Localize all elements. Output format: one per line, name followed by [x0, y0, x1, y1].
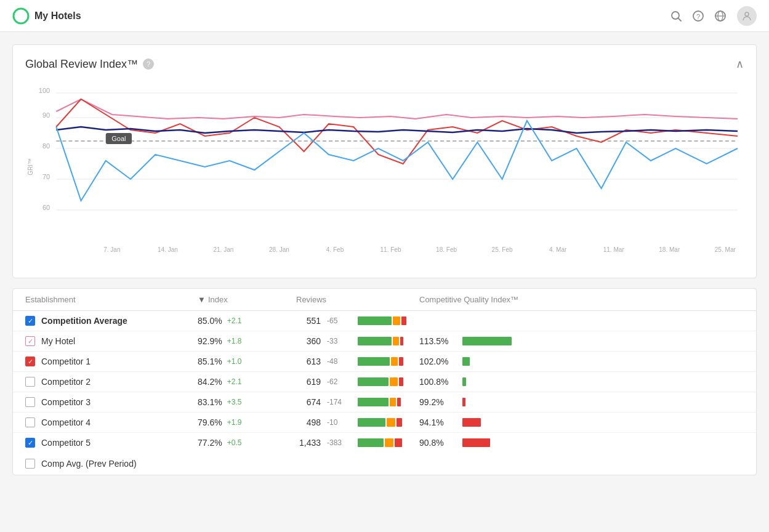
index-value: 79.6% [198, 417, 222, 427]
chart-card-header: Global Review Index™ ? ∧ [25, 57, 744, 71]
bar-segment [390, 398, 396, 406]
globe-button[interactable] [715, 10, 726, 22]
svg-point-0 [14, 9, 28, 23]
cqi-bar-segment [462, 337, 512, 345]
index-cell: 84.2% +2.1 [198, 377, 296, 387]
reviews-bar [358, 438, 402, 447]
reviews-cell: 498 -10 [296, 417, 419, 427]
top-navigation: My Hotels ? [0, 0, 769, 32]
establishment-name: Competitor 1 [41, 357, 91, 366]
establishment-cell: Competitor 4 [25, 417, 198, 427]
bar-segment [358, 337, 392, 345]
bar-segment [390, 377, 398, 386]
reviews-change: -48 [327, 357, 352, 366]
svg-text:Goal: Goal [111, 135, 126, 142]
establishment-name: Competitor 4 [41, 417, 91, 427]
row-checkbox[interactable] [25, 377, 35, 387]
reviews-change: -10 [327, 418, 352, 427]
chart-help-icon[interactable]: ? [143, 58, 154, 70]
table-row: ✓ Competition Average 85.0% +2.1 551 -65 [13, 311, 756, 331]
index-value: 83.1% [198, 397, 222, 407]
gri-chart-card: Global Review Index™ ? ∧ 100 90 80 70 60… [12, 44, 757, 278]
reviews-cell: 1,433 -383 [296, 438, 419, 448]
help-button[interactable]: ? [693, 10, 704, 22]
bar-segment [393, 337, 399, 345]
index-change: +0.5 [227, 438, 242, 447]
svg-text:25. Feb: 25. Feb [492, 246, 513, 253]
reviews-change: -383 [327, 438, 352, 447]
index-cell: 85.1% +1.0 [198, 357, 296, 366]
svg-text:60: 60 [42, 204, 50, 211]
establishment-cell: Competitor 3 [25, 397, 198, 407]
svg-text:18. Mar: 18. Mar [659, 246, 680, 253]
col-header-establishment: Establishment [25, 295, 198, 304]
reviews-count: 1,433 [296, 438, 321, 448]
reviews-cell: 613 -48 [296, 357, 419, 366]
brand-icon [12, 7, 30, 25]
index-cell: 92.9% +1.8 [198, 336, 296, 346]
bar-segment [385, 438, 393, 447]
row-checkbox[interactable]: ✓ [25, 316, 35, 326]
bar-segment [395, 438, 402, 447]
brand-logo: My Hotels [12, 7, 81, 25]
index-value: 92.9% [198, 336, 222, 346]
table-body: ✓ Competition Average 85.0% +2.1 551 -65… [13, 311, 756, 453]
table-row: ✓ Competitor 1 85.1% +1.0 613 -48 102.0% [13, 352, 756, 372]
nav-icons-group: ? [670, 6, 757, 26]
svg-text:70: 70 [42, 173, 50, 180]
table-row: ✓ My Hotel 92.9% +1.8 360 -33 113.5% [13, 331, 756, 352]
user-button[interactable] [737, 6, 757, 26]
index-cell: 85.0% +2.1 [198, 316, 296, 326]
index-value: 77.2% [198, 438, 222, 448]
svg-text:80: 80 [42, 142, 50, 150]
cqi-bar [462, 438, 490, 447]
cqi-bar-segment [462, 418, 481, 427]
svg-text:?: ? [696, 13, 700, 20]
reviews-count: 498 [296, 417, 321, 427]
bar-segment [391, 357, 398, 366]
cqi-value: 99.2% [419, 397, 456, 407]
svg-text:90: 90 [42, 111, 50, 119]
row-checkbox[interactable]: ✓ [25, 336, 35, 346]
establishment-cell: ✓ Competitor 5 [25, 438, 198, 448]
bar-segment [400, 337, 403, 345]
reviews-bar [358, 316, 406, 325]
chart-area: 100 90 80 70 60 GRI™ Goal [25, 81, 744, 265]
row-checkbox[interactable]: ✓ [25, 357, 35, 366]
row-checkbox[interactable] [25, 417, 35, 427]
index-change: +1.9 [227, 418, 242, 427]
cqi-value: 100.8% [419, 377, 456, 387]
cqi-bar-segment [462, 377, 466, 386]
cqi-value: 102.0% [419, 357, 456, 366]
reviews-cell: 360 -33 [296, 336, 419, 346]
row-checkbox[interactable]: ✓ [25, 438, 35, 448]
cqi-cell: 94.1% [419, 417, 744, 427]
cqi-bar-segment [462, 438, 490, 447]
bar-segment [397, 418, 402, 427]
chart-collapse-button[interactable]: ∧ [736, 57, 744, 71]
globe-icon [715, 10, 726, 22]
svg-text:25. Mar: 25. Mar [715, 246, 736, 253]
bar-segment [358, 377, 389, 386]
last-row-label: Comp Avg. (Prev Period) [41, 459, 137, 469]
bar-segment [393, 316, 400, 325]
cqi-bar-segment [462, 357, 470, 366]
main-content: Global Review Index™ ? ∧ 100 90 80 70 60… [0, 32, 769, 488]
last-row-checkbox[interactable] [25, 459, 35, 469]
index-cell: 79.6% +1.9 [198, 417, 296, 427]
establishment-cell: Competitor 2 [25, 377, 198, 387]
table-row: ✓ Competitor 5 77.2% +0.5 1,433 -383 90.… [13, 433, 756, 453]
row-checkbox[interactable] [25, 397, 35, 407]
svg-text:14. Jan: 14. Jan [158, 246, 178, 253]
establishment-cell: ✓ Competitor 1 [25, 357, 198, 366]
establishment-name: Competitor 5 [41, 438, 91, 448]
index-change: +1.8 [227, 337, 242, 345]
col-header-index-group: ▼ Index [198, 295, 296, 304]
cqi-value: 90.8% [419, 438, 456, 448]
search-button[interactable] [670, 10, 682, 22]
table-row: Competitor 2 84.2% +2.1 619 -62 100.8% [13, 372, 756, 392]
last-row-partial: Comp Avg. (Prev Period) [13, 453, 756, 475]
cqi-bar [462, 357, 470, 366]
reviews-count: 619 [296, 377, 321, 387]
reviews-change: -174 [327, 398, 352, 406]
